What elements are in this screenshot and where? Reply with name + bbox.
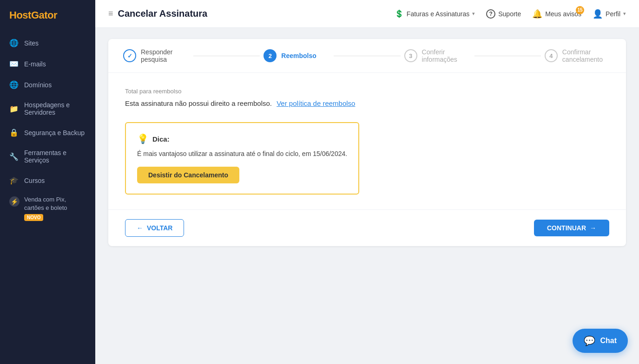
user-icon: 👤 xyxy=(593,9,603,19)
chat-label: Chat xyxy=(600,337,617,345)
steps-bar: ✓ Responder pesquisa 2 Reembolso 3 Confe… xyxy=(108,39,626,73)
step-confirmar: 4 Confirmar cancelamento xyxy=(545,48,611,63)
step-circle-conferir: 3 xyxy=(404,49,417,62)
back-button[interactable]: ← VOLTAR xyxy=(125,219,184,237)
sidebar-item-label: E-mails xyxy=(24,60,46,68)
sidebar-item-label: Ferramentas e Serviços xyxy=(24,149,86,164)
chevron-down-icon-perfil: ▾ xyxy=(623,11,626,17)
refund-text: Esta assinatura não possui direito a ree… xyxy=(125,99,609,107)
sidebar-item-label: Domínios xyxy=(24,81,52,89)
sidebar-item-pix[interactable]: ⚡ Venda com Pix, cartões e boleto NOVO xyxy=(0,191,95,228)
header-title-area: ≡ Cancelar Assinatura xyxy=(108,8,385,19)
header-nav: 💲 Faturas e Assinaturas ▾ ? Suporte 🔔 15… xyxy=(395,9,626,19)
header: ≡ Cancelar Assinatura 💲 Faturas e Assina… xyxy=(95,0,639,28)
arrow-left-icon: ← xyxy=(137,224,143,232)
shield-icon: ⚡ xyxy=(9,196,20,207)
lock-icon: 🔒 xyxy=(9,128,19,137)
dollar-icon: 💲 xyxy=(395,9,404,18)
tip-header: 💡 Dica: xyxy=(137,133,347,144)
refund-policy-link[interactable]: Ver política de reembolso xyxy=(277,99,355,107)
globe-icon: 🌐 xyxy=(9,39,19,47)
step-separator-3 xyxy=(474,56,541,56)
sidebar: HostGator 🌐 Sites ✉️ E-mails 🌐 Domínios … xyxy=(0,0,95,364)
step-reembolso: 2 Reembolso xyxy=(264,49,330,62)
question-icon: ? xyxy=(486,9,495,19)
tip-text: É mais vantajoso utilizar a assinatura a… xyxy=(137,150,347,157)
step-circle-reembolso: 2 xyxy=(264,49,277,62)
step-conferir: 3 Conferir informações xyxy=(404,48,471,63)
main-content: ≡ Cancelar Assinatura 💲 Faturas e Assina… xyxy=(95,0,639,364)
graduation-icon: 🎓 xyxy=(9,176,19,185)
bulb-icon: 💡 xyxy=(137,133,149,144)
sidebar-item-emails[interactable]: ✉️ E-mails xyxy=(0,53,95,74)
wrench-icon: 🔧 xyxy=(9,152,19,161)
novo-badge: NOVO xyxy=(24,214,43,221)
refund-label: Total para reembolso xyxy=(125,88,609,95)
header-nav-suporte[interactable]: ? Suporte xyxy=(486,9,521,19)
sidebar-item-hospedagens[interactable]: 📁 Hospedagens e Servidores xyxy=(0,95,95,122)
step-separator-2 xyxy=(334,56,400,56)
sidebar-item-dominios[interactable]: 🌐 Domínios xyxy=(0,74,95,95)
tip-title: Dica: xyxy=(152,135,170,143)
bell-icon: 🔔 xyxy=(532,9,542,19)
main-card: ✓ Responder pesquisa 2 Reembolso 3 Confe… xyxy=(108,39,626,246)
sidebar-item-ferramentas[interactable]: 🔧 Ferramentas e Serviços xyxy=(0,143,95,170)
sidebar-item-cursos[interactable]: 🎓 Cursos xyxy=(0,170,95,191)
header-nav-perfil[interactable]: 👤 Perfil ▾ xyxy=(593,9,626,19)
sidebar-item-label: Hospedagens e Servidores xyxy=(24,101,86,116)
continue-button[interactable]: CONTINUAR → xyxy=(534,220,609,236)
sidebar-item-seguranca[interactable]: 🔒 Segurança e Backup xyxy=(0,122,95,143)
card-footer: ← VOLTAR CONTINUAR → xyxy=(108,209,626,246)
page-title: Cancelar Assinatura xyxy=(118,8,208,19)
sidebar-logo: HostGator xyxy=(0,0,95,32)
mail-icon: ✉️ xyxy=(9,59,19,68)
sidebar-item-label: Segurança e Backup xyxy=(24,129,85,136)
step-separator-1 xyxy=(193,56,260,56)
tip-box: 💡 Dica: É mais vantajoso utilizar a assi… xyxy=(125,122,359,195)
chat-button[interactable]: 💬 Chat xyxy=(573,329,628,353)
chat-icon: 💬 xyxy=(584,335,595,346)
header-nav-avisos[interactable]: 🔔 15 Meus avisos xyxy=(532,9,581,19)
step-label-conferir: Conferir informações xyxy=(422,48,471,63)
step-label-pesquisa: Responder pesquisa xyxy=(141,48,190,63)
step-label-reembolso: Reembolso xyxy=(281,52,316,59)
sidebar-item-label: Cursos xyxy=(24,177,45,184)
desistir-button[interactable]: Desistir do Cancelamento xyxy=(137,167,239,183)
sidebar-item-label: Sites xyxy=(24,39,39,47)
sidebar-item-sites[interactable]: 🌐 Sites xyxy=(0,32,95,53)
perfil-label: Perfil xyxy=(606,10,620,18)
content-area: ✓ Responder pesquisa 2 Reembolso 3 Confe… xyxy=(95,28,639,364)
server-icon: 📁 xyxy=(9,104,19,113)
step-label-confirmar: Confirmar cancelamento xyxy=(562,48,611,63)
card-body: Total para reembolso Esta assinatura não… xyxy=(108,73,626,209)
table-icon: ≡ xyxy=(108,9,113,19)
step-circle-pesquisa: ✓ xyxy=(123,49,136,62)
arrow-right-icon: → xyxy=(590,224,596,232)
folder-icon: 🌐 xyxy=(9,80,19,89)
pix-label: Venda com Pix, cartões e boleto xyxy=(24,195,86,212)
header-nav-faturas[interactable]: 💲 Faturas e Assinaturas ▾ xyxy=(395,9,475,18)
step-circle-confirmar: 4 xyxy=(545,49,558,62)
sidebar-nav: 🌐 Sites ✉️ E-mails 🌐 Domínios 📁 Hospedag… xyxy=(0,32,95,364)
chevron-down-icon: ▾ xyxy=(472,11,475,17)
faturas-label: Faturas e Assinaturas xyxy=(407,10,469,18)
step-pesquisa: ✓ Responder pesquisa xyxy=(123,48,190,63)
avisos-badge: 15 xyxy=(576,6,584,14)
suporte-label: Suporte xyxy=(498,10,521,18)
